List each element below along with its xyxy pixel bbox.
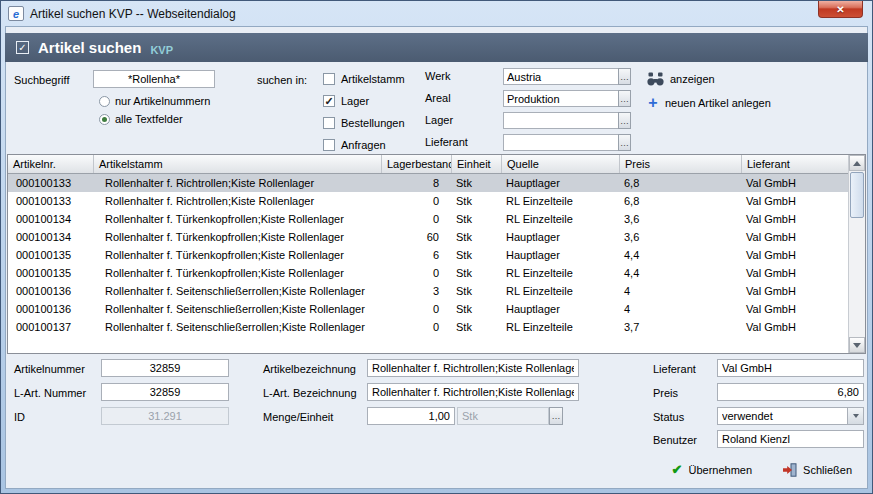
checkbox-box-icon[interactable] [323, 117, 335, 129]
lookup-fields: Werk…Areal…Lager…Lieferant… [425, 68, 631, 156]
cell-preis: 3,6 [620, 210, 742, 228]
page-header: ✓ Artikel suchen KVP [5, 33, 868, 62]
uebernehmen-button[interactable]: ✔ Übernehmen [672, 462, 753, 477]
cell-artikelstamm: Rollenhalter f. Richtrollen;Kiste Rollen… [94, 174, 382, 192]
status-dropdown-icon[interactable] [847, 408, 863, 424]
cell-lagerbestand: 6 [382, 246, 452, 264]
cell-einheit: Stk [452, 264, 502, 282]
schliessen-button[interactable]: Schließen [782, 463, 852, 477]
suchen-in-label: suchen in: [257, 74, 307, 86]
column-header-einheit[interactable]: Einheit [452, 155, 502, 173]
id-input [101, 407, 229, 425]
anzeigen-button[interactable]: anzeigen [647, 72, 715, 86]
search-panel: Suchbegriff nur Artikelnummernalle Textf… [5, 62, 868, 154]
cell-einheit: Stk [452, 192, 502, 210]
checkbox-label: Lager [341, 95, 369, 107]
table-row[interactable]: 000100133Rollenhalter f. Richtrollen;Kis… [8, 192, 850, 210]
cell-einheit: Stk [452, 228, 502, 246]
column-header-artikelstamm[interactable]: Artikelstamm [94, 155, 382, 173]
column-header-lagerbestand[interactable]: Lagerbestand [382, 155, 452, 173]
radio-circle-icon[interactable] [99, 96, 110, 107]
column-header-lieferant[interactable]: Lieferant [742, 155, 850, 173]
checkbox-lager[interactable]: ✓Lager [323, 90, 405, 112]
lookup-label-lieferant: Lieferant [425, 134, 503, 148]
cell-lagerbestand: 60 [382, 228, 452, 246]
window-title: Artikel suchen KVP -- Webseitendialog [30, 7, 236, 21]
cell-lagerbestand: 0 [382, 192, 452, 210]
lookup-input-areal[interactable] [503, 90, 619, 107]
lookup-row-areal: Areal… [425, 90, 631, 112]
menge-input[interactable] [367, 407, 455, 425]
cell-lieferant: Val GmbH [742, 264, 850, 282]
column-header-artikelnr[interactable]: Artikelnr. [8, 155, 94, 173]
cell-lieferant: Val GmbH [742, 318, 850, 336]
lookup-browse-button-areal[interactable]: … [618, 90, 631, 107]
cell-quelle: RL Einzelteile [502, 210, 620, 228]
cell-artikelstamm: Rollenhalter f. Türkenkopfrollen;Kiste R… [94, 264, 382, 282]
neuen-artikel-label: neuen Artikel anlegen [665, 97, 771, 109]
close-glyph: ✕ [836, 4, 844, 15]
table-row[interactable]: 000100133Rollenhalter f. Richtrollen;Kis… [8, 174, 850, 192]
binoculars-icon [647, 72, 664, 86]
table-row[interactable]: 000100135Rollenhalter f. Türkenkopfrolle… [8, 246, 850, 264]
lieferant-input[interactable] [717, 359, 864, 377]
lookup-browse-button-werk[interactable]: … [618, 68, 631, 85]
title-bar[interactable]: e Artikel suchen KVP -- Webseitendialog … [5, 1, 868, 26]
table-row[interactable]: 000100134Rollenhalter f. Türkenkopfrolle… [8, 210, 850, 228]
preis-input[interactable] [717, 383, 864, 401]
table-body: 000100133Rollenhalter f. Richtrollen;Kis… [8, 174, 850, 353]
cell-artikelnr: 000100136 [8, 282, 94, 300]
column-header-quelle[interactable]: Quelle [502, 155, 620, 173]
uebernehmen-label: Übernehmen [688, 464, 752, 476]
checkbox-box-icon[interactable] [323, 139, 335, 151]
lart-bezeichnung-input[interactable] [367, 383, 579, 401]
radio-alle-textfelder[interactable]: alle Textfelder [99, 110, 210, 128]
footer-bar: ✔ Übernehmen Schließen [5, 450, 868, 489]
artikelbezeichnung-input[interactable] [367, 359, 579, 377]
checkbox-anfragen[interactable]: Anfragen [323, 134, 405, 156]
table-row[interactable]: 000100136Rollenhalter f. Seitenschließer… [8, 300, 850, 318]
einheit-browse-button[interactable]: … [549, 407, 563, 425]
benutzer-input[interactable] [717, 430, 864, 448]
radio-nur-artikelnummern[interactable]: nur Artikelnummern [99, 92, 210, 110]
close-icon[interactable]: ✕ [818, 1, 863, 18]
lookup-input-lager[interactable] [503, 112, 619, 129]
lookup-browse-button-lager[interactable]: … [618, 112, 631, 129]
table-row[interactable]: 000100136Rollenhalter f. Seitenschließer… [8, 282, 850, 300]
table-row[interactable]: 000100134Rollenhalter f. Türkenkopfrolle… [8, 228, 850, 246]
status-input[interactable] [717, 407, 864, 425]
scroll-down-icon[interactable] [849, 337, 865, 353]
artikelnummer-input[interactable] [101, 359, 229, 377]
column-header-preis[interactable]: Preis [620, 155, 742, 173]
lookup-browse-button-lieferant[interactable]: … [618, 134, 631, 151]
checkbox-box-icon[interactable]: ✓ [323, 95, 335, 107]
status-label: Status [653, 411, 684, 423]
cell-quelle: Hauptlager [502, 246, 620, 264]
cell-artikelstamm: Rollenhalter f. Richtrollen;Kiste Rollen… [94, 192, 382, 210]
cell-lagerbestand: 0 [382, 318, 452, 336]
cell-lieferant: Val GmbH [742, 174, 850, 192]
table-row[interactable]: 000100135Rollenhalter f. Türkenkopfrolle… [8, 264, 850, 282]
checkbox-bestellungen[interactable]: Bestellungen [323, 112, 405, 134]
checkbox-box-icon[interactable] [323, 73, 335, 85]
cell-lagerbestand: 0 [382, 300, 452, 318]
checkbox-label: Bestellungen [341, 117, 405, 129]
window-body: ✓ Artikel suchen KVP Suchbegriff nur Art… [5, 26, 868, 489]
vertical-scrollbar[interactable] [848, 155, 865, 353]
scrollbar-thumb[interactable] [850, 172, 864, 218]
lookup-input-lieferant[interactable] [503, 134, 619, 151]
cell-preis: 4 [620, 300, 742, 318]
table-header-row: Artikelnr.ArtikelstammLagerbestandEinhei… [8, 155, 850, 174]
status-combo[interactable] [717, 407, 864, 425]
neuen-artikel-anlegen-button[interactable]: + neuen Artikel anlegen [647, 97, 771, 109]
scroll-up-icon[interactable] [849, 155, 865, 171]
table-row[interactable]: 000100137Rollenhalter f. Seitenschließer… [8, 318, 850, 336]
suchbegriff-input[interactable] [93, 70, 215, 88]
checkbox-artikelstamm[interactable]: Artikelstamm [323, 68, 405, 90]
lookup-input-werk[interactable] [503, 68, 619, 85]
radio-circle-icon[interactable] [99, 114, 110, 125]
lart-nummer-input[interactable] [101, 383, 229, 401]
lookup-label-werk: Werk [425, 68, 503, 82]
cell-artikelstamm: Rollenhalter f. Türkenkopfrollen;Kiste R… [94, 246, 382, 264]
artikelbezeichnung-label: Artikelbezeichnung [263, 363, 356, 375]
